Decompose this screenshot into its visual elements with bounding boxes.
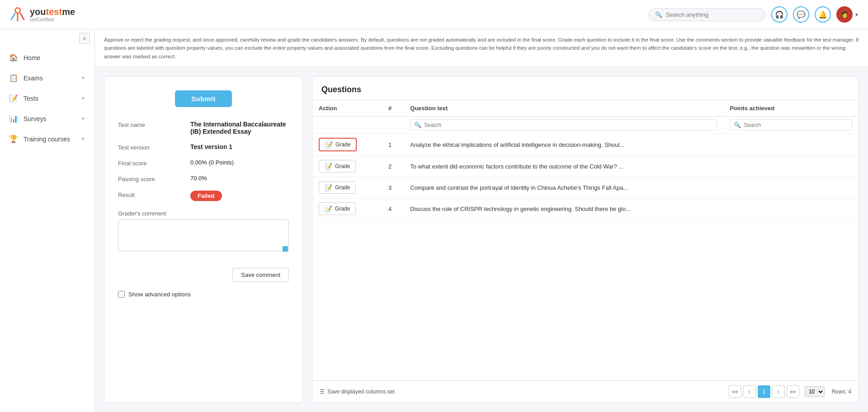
table-row: 📝Grade2To what extent did economic facto…	[312, 156, 859, 177]
question-text-search[interactable]: 🔍	[410, 119, 717, 131]
logo-sub: GetCertified	[30, 17, 75, 22]
question-text-2: To what extent did economic factors cont…	[404, 156, 723, 177]
search-icon-pts: 🔍	[734, 122, 741, 128]
col-header-number: #	[382, 100, 404, 117]
grade-button-2[interactable]: 📝Grade	[319, 160, 356, 173]
save-columns-button[interactable]: ☰ Save displayed columns set	[320, 389, 395, 395]
final-score-value: 0.00% (0 Points)	[190, 159, 234, 166]
grade-button-4[interactable]: 📝Grade	[319, 202, 356, 215]
training-chevron-icon: ▼	[81, 136, 85, 141]
col-header-points: Points achieved	[723, 100, 859, 117]
page-first-button[interactable]: ««	[729, 385, 741, 398]
header: youtestme GetCertified 🔍 🎧 💬 🔔 👩 ▼	[0, 0, 868, 29]
page-prev-button[interactable]: ‹	[743, 385, 756, 398]
row-number-4: 4	[382, 198, 404, 220]
left-panel: Submit Test name The International Bacca…	[104, 76, 303, 403]
headphone-icon-btn[interactable]: 🎧	[771, 6, 788, 23]
comment-wrapper	[118, 220, 289, 253]
row-number-1: 1	[382, 134, 404, 156]
test-name-row: Test name The International Baccalaureat…	[118, 121, 289, 135]
points-search[interactable]: 🔍	[730, 119, 852, 131]
search-input[interactable]	[666, 11, 759, 18]
passing-score-row: Passing score 70.0%	[118, 175, 289, 183]
resize-handle	[283, 246, 288, 252]
svg-point-1	[16, 9, 19, 12]
test-version-row: Test version Test version 1	[118, 143, 289, 151]
page-last-button[interactable]: »»	[787, 385, 799, 398]
table-row: 📝Grade4Discuss the role of CRISPR techno…	[312, 198, 859, 220]
question-text-search-input[interactable]	[424, 122, 713, 128]
content-area: Approve or reject the grading request, a…	[95, 29, 868, 412]
points-search-input[interactable]	[744, 122, 848, 128]
sidebar-item-training-courses[interactable]: 🏆 Training courses ▼	[0, 129, 94, 149]
svg-line-2	[11, 14, 15, 19]
search-icon: 🔍	[655, 11, 662, 18]
sidebar: « 🏠 Home 📋 Exams ▼ 📝 Tests ▼ 📊	[0, 29, 95, 412]
submit-row: Submit	[118, 90, 289, 107]
advanced-options-checkbox[interactable]	[118, 291, 125, 298]
chevron-down-icon: ▼	[854, 12, 859, 17]
columns-icon: ☰	[320, 389, 325, 395]
sidebar-item-surveys[interactable]: 📊 Surveys ▼	[0, 108, 94, 129]
rows-info: Rows: 4	[832, 389, 851, 395]
training-icon: 🏆	[9, 135, 18, 143]
sidebar-item-label-tests: Tests	[24, 95, 38, 102]
avatar: 👩	[836, 6, 853, 23]
logo: youtestme GetCertified	[9, 6, 104, 23]
save-columns-label: Save displayed columns set	[327, 389, 395, 395]
passing-score-value: 70.0%	[190, 175, 207, 182]
test-name-label: Test name	[118, 121, 181, 128]
save-comment-row: Save comment	[118, 263, 289, 282]
question-text-4: Discuss the role of CRISPR technology in…	[404, 198, 723, 220]
grade-icon: 📝	[325, 141, 333, 148]
questions-table-wrapper: Action # Question text Points achieved	[312, 100, 859, 380]
questions-title: Questions	[312, 77, 859, 100]
sidebar-item-tests[interactable]: 📝 Tests ▼	[0, 88, 94, 108]
table-footer: ☰ Save displayed columns set «« ‹ 1 › »»…	[312, 380, 859, 403]
surveys-chevron-icon: ▼	[81, 116, 85, 121]
sidebar-item-home[interactable]: 🏠 Home	[0, 47, 94, 68]
sidebar-item-label-surveys: Surveys	[24, 115, 47, 122]
search-box[interactable]: 🔍	[648, 8, 766, 21]
collapse-button[interactable]: «	[79, 33, 90, 44]
page-1-button[interactable]: 1	[758, 385, 770, 398]
points-1	[723, 134, 859, 156]
passing-score-label: Passing score	[118, 175, 181, 183]
chat-icon-btn[interactable]: 💬	[793, 6, 809, 23]
submit-button[interactable]: Submit	[175, 90, 232, 107]
sidebar-item-exams[interactable]: 📋 Exams ▼	[0, 68, 94, 88]
row-number-2: 2	[382, 156, 404, 177]
row-number-3: 3	[382, 177, 404, 198]
sidebar-item-label-training: Training courses	[24, 136, 70, 143]
save-comment-button[interactable]: Save comment	[232, 268, 289, 282]
grade-icon: 📝	[325, 205, 332, 212]
grade-button-1[interactable]: 📝Grade	[319, 138, 357, 151]
grade-label: Grade	[335, 206, 350, 212]
grade-icon: 📝	[325, 163, 332, 170]
pagination: «« ‹ 1 › »» 10 25 50	[729, 385, 825, 398]
grade-label: Grade	[335, 141, 350, 148]
final-score-label: Final score	[118, 159, 181, 167]
sidebar-item-label-exams: Exams	[24, 75, 43, 82]
grade-label: Grade	[335, 184, 350, 191]
advanced-options-label: Show advanced options	[128, 291, 191, 298]
surveys-icon: 📊	[9, 114, 18, 123]
table-row: 📝Grade1Analyze the ethical implications …	[312, 134, 859, 156]
bell-icon-btn[interactable]: 🔔	[815, 6, 831, 23]
page-size-select[interactable]: 10 25 50	[805, 386, 825, 397]
test-name-value: The International Baccalaureate (IB) Ext…	[190, 121, 289, 135]
grade-label: Grade	[335, 163, 350, 169]
grade-button-3[interactable]: 📝Grade	[319, 181, 356, 194]
two-col: Submit Test name The International Bacca…	[95, 67, 868, 412]
page-next-button[interactable]: ›	[772, 385, 785, 398]
graders-comment-input[interactable]	[118, 220, 289, 251]
logo-text: youtestme GetCertified	[30, 7, 75, 22]
result-label: Result	[118, 191, 181, 198]
logo-name: youtestme	[30, 7, 75, 17]
test-version-label: Test version	[118, 143, 181, 151]
main-layout: « 🏠 Home 📋 Exams ▼ 📝 Tests ▼ 📊	[0, 29, 868, 412]
avatar-wrapper[interactable]: 👩 ▼	[836, 6, 859, 23]
info-banner: Approve or reject the grading request, a…	[95, 29, 868, 67]
svg-line-3	[20, 14, 24, 19]
home-icon: 🏠	[9, 53, 18, 62]
